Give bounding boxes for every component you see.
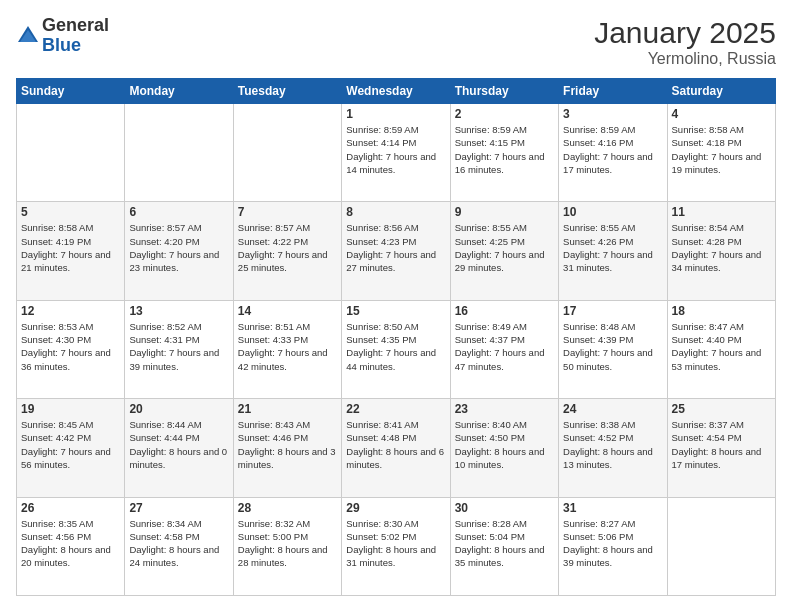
day-number: 9 [455,205,554,219]
calendar-cell [17,104,125,202]
day-number: 27 [129,501,228,515]
day-number: 17 [563,304,662,318]
day-number: 5 [21,205,120,219]
calendar-week-row: 26Sunrise: 8:35 AM Sunset: 4:56 PM Dayli… [17,497,776,595]
calendar-cell: 25Sunrise: 8:37 AM Sunset: 4:54 PM Dayli… [667,399,775,497]
day-number: 20 [129,402,228,416]
calendar-cell: 15Sunrise: 8:50 AM Sunset: 4:35 PM Dayli… [342,300,450,398]
calendar-header-thursday: Thursday [450,79,558,104]
day-number: 8 [346,205,445,219]
calendar-cell: 6Sunrise: 8:57 AM Sunset: 4:20 PM Daylig… [125,202,233,300]
day-number: 23 [455,402,554,416]
day-info: Sunrise: 8:34 AM Sunset: 4:58 PM Dayligh… [129,517,228,570]
calendar-table: SundayMondayTuesdayWednesdayThursdayFrid… [16,78,776,596]
day-info: Sunrise: 8:28 AM Sunset: 5:04 PM Dayligh… [455,517,554,570]
day-number: 19 [21,402,120,416]
day-info: Sunrise: 8:59 AM Sunset: 4:16 PM Dayligh… [563,123,662,176]
day-info: Sunrise: 8:35 AM Sunset: 4:56 PM Dayligh… [21,517,120,570]
day-info: Sunrise: 8:55 AM Sunset: 4:25 PM Dayligh… [455,221,554,274]
calendar-cell: 29Sunrise: 8:30 AM Sunset: 5:02 PM Dayli… [342,497,450,595]
calendar-cell: 30Sunrise: 8:28 AM Sunset: 5:04 PM Dayli… [450,497,558,595]
calendar-cell: 12Sunrise: 8:53 AM Sunset: 4:30 PM Dayli… [17,300,125,398]
calendar-week-row: 19Sunrise: 8:45 AM Sunset: 4:42 PM Dayli… [17,399,776,497]
calendar-cell: 3Sunrise: 8:59 AM Sunset: 4:16 PM Daylig… [559,104,667,202]
calendar-header-friday: Friday [559,79,667,104]
logo: General Blue [16,16,109,56]
calendar-cell: 16Sunrise: 8:49 AM Sunset: 4:37 PM Dayli… [450,300,558,398]
day-number: 16 [455,304,554,318]
day-number: 1 [346,107,445,121]
calendar-cell: 19Sunrise: 8:45 AM Sunset: 4:42 PM Dayli… [17,399,125,497]
day-number: 14 [238,304,337,318]
day-number: 29 [346,501,445,515]
calendar-cell: 9Sunrise: 8:55 AM Sunset: 4:25 PM Daylig… [450,202,558,300]
calendar-header-sunday: Sunday [17,79,125,104]
day-info: Sunrise: 8:59 AM Sunset: 4:14 PM Dayligh… [346,123,445,176]
calendar-header-saturday: Saturday [667,79,775,104]
calendar-cell [667,497,775,595]
day-number: 7 [238,205,337,219]
logo-icon [16,24,40,48]
main-title: January 2025 [594,16,776,50]
day-info: Sunrise: 8:47 AM Sunset: 4:40 PM Dayligh… [672,320,771,373]
day-info: Sunrise: 8:58 AM Sunset: 4:19 PM Dayligh… [21,221,120,274]
day-number: 28 [238,501,337,515]
day-info: Sunrise: 8:55 AM Sunset: 4:26 PM Dayligh… [563,221,662,274]
logo-text: General Blue [42,16,109,56]
day-info: Sunrise: 8:53 AM Sunset: 4:30 PM Dayligh… [21,320,120,373]
calendar-cell: 27Sunrise: 8:34 AM Sunset: 4:58 PM Dayli… [125,497,233,595]
day-info: Sunrise: 8:40 AM Sunset: 4:50 PM Dayligh… [455,418,554,471]
calendar-cell: 10Sunrise: 8:55 AM Sunset: 4:26 PM Dayli… [559,202,667,300]
day-info: Sunrise: 8:32 AM Sunset: 5:00 PM Dayligh… [238,517,337,570]
title-block: January 2025 Yermolino, Russia [594,16,776,68]
day-number: 21 [238,402,337,416]
calendar-cell: 7Sunrise: 8:57 AM Sunset: 4:22 PM Daylig… [233,202,341,300]
calendar-header-monday: Monday [125,79,233,104]
calendar-header-tuesday: Tuesday [233,79,341,104]
day-number: 25 [672,402,771,416]
calendar-cell: 28Sunrise: 8:32 AM Sunset: 5:00 PM Dayli… [233,497,341,595]
day-info: Sunrise: 8:45 AM Sunset: 4:42 PM Dayligh… [21,418,120,471]
day-number: 26 [21,501,120,515]
calendar-week-row: 1Sunrise: 8:59 AM Sunset: 4:14 PM Daylig… [17,104,776,202]
day-info: Sunrise: 8:43 AM Sunset: 4:46 PM Dayligh… [238,418,337,471]
day-info: Sunrise: 8:51 AM Sunset: 4:33 PM Dayligh… [238,320,337,373]
day-number: 13 [129,304,228,318]
day-number: 24 [563,402,662,416]
calendar-cell: 8Sunrise: 8:56 AM Sunset: 4:23 PM Daylig… [342,202,450,300]
calendar-header-row: SundayMondayTuesdayWednesdayThursdayFrid… [17,79,776,104]
calendar-week-row: 5Sunrise: 8:58 AM Sunset: 4:19 PM Daylig… [17,202,776,300]
day-number: 31 [563,501,662,515]
day-number: 11 [672,205,771,219]
day-number: 4 [672,107,771,121]
calendar-week-row: 12Sunrise: 8:53 AM Sunset: 4:30 PM Dayli… [17,300,776,398]
calendar-cell: 22Sunrise: 8:41 AM Sunset: 4:48 PM Dayli… [342,399,450,497]
calendar-cell [233,104,341,202]
day-info: Sunrise: 8:37 AM Sunset: 4:54 PM Dayligh… [672,418,771,471]
calendar-cell: 17Sunrise: 8:48 AM Sunset: 4:39 PM Dayli… [559,300,667,398]
day-info: Sunrise: 8:48 AM Sunset: 4:39 PM Dayligh… [563,320,662,373]
day-info: Sunrise: 8:54 AM Sunset: 4:28 PM Dayligh… [672,221,771,274]
calendar-cell: 23Sunrise: 8:40 AM Sunset: 4:50 PM Dayli… [450,399,558,497]
day-number: 12 [21,304,120,318]
day-number: 2 [455,107,554,121]
day-info: Sunrise: 8:52 AM Sunset: 4:31 PM Dayligh… [129,320,228,373]
calendar-cell: 20Sunrise: 8:44 AM Sunset: 4:44 PM Dayli… [125,399,233,497]
calendar-cell: 2Sunrise: 8:59 AM Sunset: 4:15 PM Daylig… [450,104,558,202]
logo-blue: Blue [42,36,109,56]
calendar-cell: 5Sunrise: 8:58 AM Sunset: 4:19 PM Daylig… [17,202,125,300]
day-number: 3 [563,107,662,121]
day-number: 15 [346,304,445,318]
day-info: Sunrise: 8:57 AM Sunset: 4:22 PM Dayligh… [238,221,337,274]
day-info: Sunrise: 8:57 AM Sunset: 4:20 PM Dayligh… [129,221,228,274]
day-info: Sunrise: 8:44 AM Sunset: 4:44 PM Dayligh… [129,418,228,471]
calendar-cell: 11Sunrise: 8:54 AM Sunset: 4:28 PM Dayli… [667,202,775,300]
logo-general: General [42,16,109,36]
calendar-cell: 4Sunrise: 8:58 AM Sunset: 4:18 PM Daylig… [667,104,775,202]
day-info: Sunrise: 8:41 AM Sunset: 4:48 PM Dayligh… [346,418,445,471]
day-info: Sunrise: 8:27 AM Sunset: 5:06 PM Dayligh… [563,517,662,570]
calendar-cell: 13Sunrise: 8:52 AM Sunset: 4:31 PM Dayli… [125,300,233,398]
calendar-cell: 31Sunrise: 8:27 AM Sunset: 5:06 PM Dayli… [559,497,667,595]
day-info: Sunrise: 8:30 AM Sunset: 5:02 PM Dayligh… [346,517,445,570]
header: General Blue January 2025 Yermolino, Rus… [16,16,776,68]
